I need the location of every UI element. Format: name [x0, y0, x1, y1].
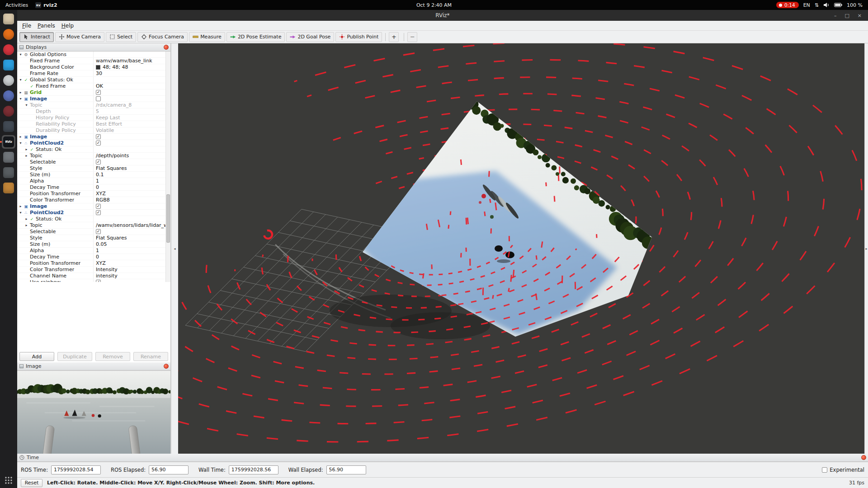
dock-icon-simulator-app[interactable]: [2, 104, 15, 118]
tree-row-grid[interactable]: ▸▦Grid✓: [17, 89, 165, 96]
tree-row-pointcloud2[interactable]: ▾∴PointCloud2✓: [17, 210, 165, 216]
tree-row-selectable[interactable]: Selectable✓: [17, 229, 165, 235]
add-display-button[interactable]: Add: [19, 352, 54, 361]
collapse-left-icon[interactable]: ◂: [174, 247, 175, 251]
property-value[interactable]: Intensity: [93, 267, 165, 272]
property-value[interactable]: 0.05: [93, 241, 165, 247]
panel-splitter[interactable]: ◂: [171, 43, 178, 454]
property-value[interactable]: /depth/points: [93, 153, 165, 159]
dock-icon-code-editor[interactable]: [2, 58, 15, 72]
checkbox-checked[interactable]: ✓: [96, 210, 101, 215]
property-value[interactable]: Flat Squares: [93, 165, 165, 171]
dock-icon-gray-circle-app[interactable]: [2, 74, 15, 87]
tree-row-status-ok[interactable]: ▸✓Status: Ok: [17, 146, 165, 153]
property-value[interactable]: [93, 77, 165, 83]
tree-row-pointcloud2[interactable]: ▾∴PointCloud2✓: [17, 140, 165, 146]
tree-row-position-transformer[interactable]: Position TransformerXYZ: [17, 260, 165, 267]
minimize-button[interactable]: –: [834, 13, 837, 19]
tree-row-alpha[interactable]: Alpha1: [17, 248, 165, 254]
tree-row-frame-rate[interactable]: Frame Rate30: [17, 70, 165, 77]
tree-row-image[interactable]: ▸▣Image✓: [17, 203, 165, 210]
tool-publish-point[interactable]: Publish Point: [335, 32, 382, 42]
expander-icon[interactable]: ▾: [18, 52, 23, 58]
expander-icon[interactable]: ▸: [24, 222, 29, 229]
tree-row-style[interactable]: StyleFlat Squares: [17, 165, 165, 172]
tree-row-topic[interactable]: ▸Topic/depth/points: [17, 153, 165, 159]
tree-row-color-transformer[interactable]: Color TransformerIntensity: [17, 267, 165, 273]
property-value[interactable]: wamv/wamv/base_link: [93, 58, 165, 64]
checkbox-checked[interactable]: ✓: [96, 229, 101, 234]
expander-icon[interactable]: ▾: [24, 102, 29, 108]
time-panel-header[interactable]: Time: [17, 454, 868, 462]
property-value[interactable]: /rdx/camera_8: [93, 102, 165, 108]
tool-pose-estimate[interactable]: 2D Pose Estimate: [226, 32, 285, 42]
expander-icon[interactable]: ▾: [18, 77, 23, 83]
property-value[interactable]: XYZ: [93, 260, 165, 266]
reset-button[interactable]: Reset: [21, 479, 42, 487]
clock[interactable]: Oct 9 2:40 AM: [0, 2, 868, 8]
property-value[interactable]: ✓: [93, 140, 165, 146]
tree-row-image[interactable]: ▸▣Image✓: [17, 134, 165, 140]
tree-scrollbar-thumb[interactable]: [166, 194, 170, 243]
tree-row-fixed-frame[interactable]: ✓Fixed FrameOK: [17, 83, 165, 89]
property-value[interactable]: ✓: [93, 279, 165, 282]
checkbox-unchecked[interactable]: [96, 96, 101, 101]
screen-recording-indicator[interactable]: 0:14: [776, 2, 799, 8]
property-value[interactable]: ✓: [93, 203, 165, 209]
tree-row-image[interactable]: ▾▣Image: [17, 96, 165, 102]
volume-icon[interactable]: [823, 2, 830, 8]
collapse-right-icon[interactable]: ▸: [865, 247, 867, 251]
dock-icon-terminal[interactable]: [2, 120, 15, 133]
property-value[interactable]: ✓: [93, 134, 165, 140]
ros-elapsed-input[interactable]: [149, 465, 189, 474]
tool-move-camera[interactable]: Move Camera: [55, 32, 104, 42]
menu-panels[interactable]: Panels: [34, 22, 58, 30]
tree-row-history-policy[interactable]: History PolicyKeep Last: [17, 115, 165, 121]
keyboard-layout-indicator[interactable]: EN: [803, 2, 810, 8]
window-title-bar[interactable]: RViz* –□×: [17, 10, 868, 21]
tree-scrollbar[interactable]: [165, 52, 170, 282]
experimental-checkbox[interactable]: Experimental: [822, 467, 864, 473]
right-splitter[interactable]: ▸: [864, 43, 868, 454]
tool-interact[interactable]: Interact: [19, 32, 54, 42]
property-value[interactable]: RGB8: [93, 197, 165, 203]
tree-row-topic[interactable]: ▾Topic/rdx/camera_8: [17, 102, 165, 108]
property-value[interactable]: /wamv/sensors/lidars/lidar_w...: [93, 222, 165, 228]
tool-measure[interactable]: Measure: [189, 32, 225, 42]
property-value[interactable]: 1: [93, 248, 165, 253]
expander-icon[interactable]: ▸: [24, 216, 29, 222]
tool-goal-pose[interactable]: 2D Goal Pose: [286, 32, 334, 42]
tree-row-fixed-frame[interactable]: Fixed Framewamv/wamv/base_link: [17, 58, 165, 64]
tree-row-channel-name[interactable]: Channel Nameintensity: [17, 273, 165, 279]
property-value[interactable]: 5: [93, 108, 165, 114]
dock-icon-media-app[interactable]: [2, 43, 15, 56]
tree-row-decay-time[interactable]: Decay Time0: [17, 254, 165, 260]
image-panel-header[interactable]: Image: [17, 362, 170, 371]
tree-row-selectable[interactable]: Selectable✓: [17, 159, 165, 165]
focused-app-menu[interactable]: RV rviz2: [35, 2, 57, 8]
property-value[interactable]: [93, 96, 165, 102]
displays-panel-header[interactable]: Displays: [17, 43, 170, 52]
tree-row-size-m-[interactable]: Size (m)0.05: [17, 241, 165, 248]
wall-elapsed-input[interactable]: [326, 465, 366, 474]
expander-icon[interactable]: ▸: [24, 153, 29, 159]
tree-row-color-transformer[interactable]: Color TransformerRGB8: [17, 197, 165, 203]
close-button[interactable]: ×: [858, 13, 862, 19]
tree-row-style[interactable]: StyleFlat Squares: [17, 235, 165, 241]
dock-icon-package-box[interactable]: [2, 181, 15, 195]
menu-help[interactable]: Help: [58, 22, 77, 30]
tool-select[interactable]: Select: [106, 32, 136, 42]
checkbox-checked[interactable]: ✓: [96, 204, 101, 209]
property-value[interactable]: ✓: [93, 159, 165, 165]
property-value[interactable]: intensity: [93, 273, 165, 279]
tree-row-decay-time[interactable]: Decay Time0: [17, 184, 165, 191]
wall-time-input[interactable]: [229, 465, 278, 474]
battery-icon[interactable]: [834, 3, 842, 7]
property-value[interactable]: Best Effort: [93, 121, 165, 127]
checkbox-checked[interactable]: ✓: [96, 160, 101, 164]
close-time-panel-button[interactable]: [861, 455, 866, 460]
property-value[interactable]: 0: [93, 184, 165, 190]
close-displays-panel-button[interactable]: [164, 45, 169, 50]
property-value[interactable]: 0: [93, 254, 165, 260]
checkbox-checked[interactable]: ✓: [96, 280, 101, 282]
